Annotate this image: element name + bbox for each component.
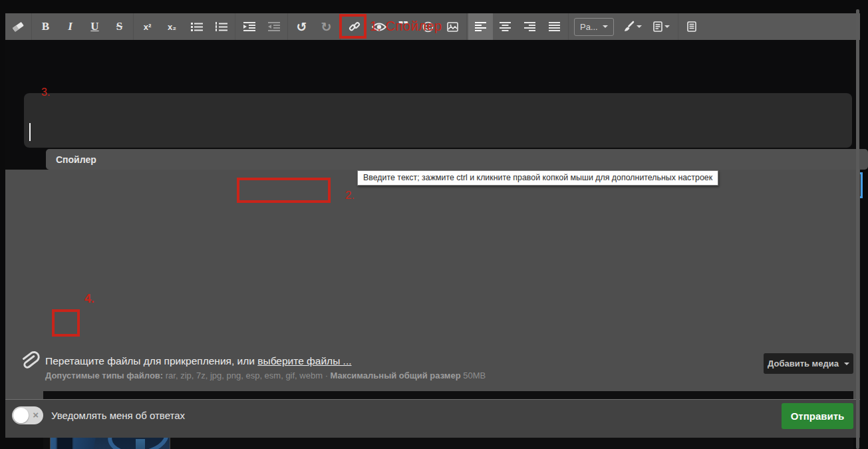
underline-label: U [90,20,98,33]
toolbar-separator [568,13,569,40]
align-justify-button[interactable] [542,13,567,40]
align-justify-icon [549,22,560,31]
text-color-button[interactable] [618,13,647,40]
superscript-label: x² [144,22,152,32]
annotation-step-2: 2. [345,189,355,202]
chevron-down-icon [664,25,670,28]
undo-button[interactable]: ↺ [289,13,314,40]
page-icon [653,21,662,32]
underline-button[interactable]: U [82,13,107,40]
annotation-box-preview [339,14,366,39]
toggle-knob [13,408,29,423]
notify-label: Уведомлять меня об ответах [51,410,185,421]
drag-drop-text: Перетащите файлы для прикрепления, или в… [45,355,352,367]
toolbar-separator [466,13,467,40]
toolbar-separator [133,13,134,40]
paragraph-format-label: Pa... [580,22,598,32]
annotation-box-insert-image [52,309,80,337]
indent-button[interactable] [237,13,261,40]
redo-icon: ↻ [321,21,332,33]
toolbar-separator [678,13,678,40]
page-scrollbar[interactable] [856,9,859,449]
allowed-types-label: Допустимые типы файлов: [45,371,163,380]
image-button[interactable] [440,13,465,40]
chevron-down-icon [844,363,849,365]
bullet-list-icon [191,22,203,31]
ordered-list-button[interactable] [209,13,233,40]
strikethrough-label: S [116,20,122,33]
image-icon [447,22,458,32]
align-right-icon [524,22,535,31]
annotation-step-1: 1. Спойлер [370,19,442,34]
undo-icon: ↺ [297,21,307,33]
indent-icon [243,22,255,31]
bold-label: B [42,20,49,33]
align-left-icon [475,22,486,31]
align-center-icon [500,22,511,31]
toggle-off-icon: × [33,409,39,421]
submit-button[interactable]: Отправить [782,403,853,429]
spoiler-block: Спойлер [24,93,852,148]
redo-button[interactable]: ↻ [314,13,339,40]
paragraph-format-dropdown[interactable]: Pa... [574,18,614,36]
drag-drop-prefix: Перетащите файлы для прикрепления, или [45,355,257,367]
spoiler-title: Спойлер [56,154,96,165]
toolbar-separator [235,13,235,40]
outdent-button[interactable] [261,13,286,40]
thumbnail-art [136,439,145,449]
toolbar-separator [31,13,32,40]
toolbar-separator [287,13,288,40]
editor-content-area[interactable]: Спойлер [5,40,860,170]
allowed-types-value: rar, zip, 7z, jpg, png, esp, esm, gif, w… [163,371,330,380]
spoiler-header[interactable]: Спойлер [46,149,868,170]
align-right-button[interactable] [517,13,542,40]
document-icon [687,21,696,32]
italic-label: I [68,20,72,33]
max-size-label: Максимальный общий размер [331,371,461,380]
align-left-button[interactable] [468,13,493,40]
max-size-value: 50MB [461,371,486,380]
text-cursor [29,123,31,141]
notify-toggle[interactable]: × [12,406,43,424]
paperclip-icon [17,348,42,374]
add-media-label: Добавить медиа [768,359,839,369]
italic-button[interactable]: I [58,13,82,40]
annotation-box-choose-files [237,178,331,203]
annotation-step-4: 4. [84,292,94,306]
subscript-button[interactable]: x₂ [160,13,184,40]
paintbrush-icon [623,21,635,33]
choose-files-link[interactable]: выберите файлы ... [257,355,351,367]
chevron-down-icon [637,25,642,28]
page-template-button[interactable] [647,13,676,40]
align-center-button[interactable] [493,13,517,40]
eraser-icon [11,21,25,33]
unordered-list-button[interactable] [184,13,209,40]
numbered-list-icon [216,22,227,31]
strikethrough-button[interactable]: S [107,13,132,40]
forum-post-editor: B I U S x² x₂ ↺ ↻ [0,0,868,449]
remove-format-button[interactable] [5,13,30,40]
subscript-label: x₂ [168,22,176,32]
annotation-step-3: 3. [41,86,50,98]
editor-tooltip: Введите текст; зажмите ctrl и кликните п… [357,170,718,186]
attachment-panel: Перетащите файлы для прикрепления, или в… [5,170,860,399]
source-code-button[interactable] [680,13,704,40]
chevron-down-icon [603,25,608,28]
allowed-types-text: Допустимые типы файлов: rar, zip, 7z, jp… [45,371,486,380]
superscript-button[interactable]: x² [135,13,160,40]
outdent-icon [268,22,280,31]
add-media-button[interactable]: Добавить медиа [764,353,853,374]
bold-button[interactable]: B [33,13,58,40]
